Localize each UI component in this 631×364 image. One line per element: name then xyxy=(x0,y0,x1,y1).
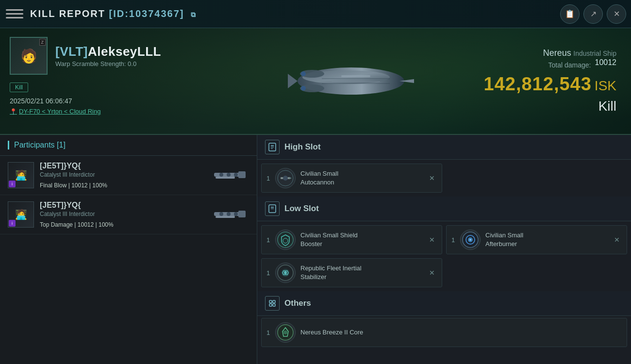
hero-date: 2025/02/21 06:06:47 xyxy=(10,97,223,105)
high-slot-modules: 1 Civilian SmallAutocannon ✕ xyxy=(257,160,631,197)
svg-rect-44 xyxy=(269,304,272,306)
left-panel: Participants [1] 🧑‍💻 i [JE5T]}YQ{ Cataly… xyxy=(0,135,257,364)
participant-card: 🧑‍💻 i [JE5T]}YQ{ Catalyst III Interdicto… xyxy=(0,156,257,195)
participant-card-2: 🧑‍💻 i [JE5T]}YQ{ Catalyst III Interdicto… xyxy=(0,195,257,234)
hero-tags: Kill xyxy=(10,83,223,92)
module-close-afterburner[interactable]: ✕ xyxy=(612,235,622,245)
module-close-stabilizer[interactable]: ✕ xyxy=(427,268,437,278)
others-icon xyxy=(265,296,280,311)
svg-rect-42 xyxy=(269,300,272,303)
svg-point-38 xyxy=(469,239,471,241)
svg-point-20 xyxy=(234,212,238,216)
svg-point-18 xyxy=(219,212,223,216)
corp-tag: [VLT] xyxy=(55,44,88,59)
isk-value: 142,812,543 xyxy=(484,74,592,95)
ship-name: Nereus xyxy=(543,48,571,58)
participant-stats-2: Top Damage | 10012 | 100% xyxy=(40,221,210,228)
module-icon-autocannon xyxy=(275,168,296,188)
module-card-stabilizer: 1 Republic Fleet InertialStabilizer ✕ xyxy=(261,258,442,287)
ship-image xyxy=(283,42,419,120)
hero-left: 🧑 Z [VLT]AlekseyLLL Warp Scramble Streng… xyxy=(0,28,233,134)
header-actions: 📋 ↗ ✕ xyxy=(560,4,626,24)
participant-ship-2: Catalyst III Interdictor xyxy=(40,211,210,217)
pilot-row: 🧑 Z [VLT]AlekseyLLL Warp Scramble Streng… xyxy=(10,37,223,75)
module-name-afterburner: Civilian SmallAfterburner xyxy=(485,231,612,248)
hero-ship xyxy=(233,28,469,134)
participant-stats-1: Final Blow | 10012 | 100% xyxy=(40,182,210,189)
pilot-info: [VLT]AlekseyLLL Warp Scramble Strength: … xyxy=(55,44,161,67)
participant-avatar-1: 🧑‍💻 i xyxy=(8,162,34,188)
participant-weapon-2 xyxy=(210,204,249,225)
module-name-shield: Civilian Small ShieldBooster xyxy=(300,231,427,248)
right-panel: High Slot 1 Civilian SmallAutocannon ✕ L… xyxy=(257,135,631,364)
total-damage-label: Total damage: xyxy=(548,61,591,69)
participant-avatar-2: 🧑‍💻 i xyxy=(8,201,34,228)
svg-point-41 xyxy=(284,271,287,274)
others-title: Others xyxy=(284,298,311,308)
pilot-name-text: AlekseyLLL xyxy=(88,44,161,59)
module-qty: 1 xyxy=(266,175,272,182)
module-name-autocannon: Civilian SmallAutocannon xyxy=(300,169,427,187)
others-module-card: 1 Nereus Breeze II Core xyxy=(261,318,627,347)
module-card: 1 Civilian SmallAutocannon ✕ xyxy=(261,164,442,193)
result-label: Kill xyxy=(598,99,616,114)
module-icon-afterburner xyxy=(460,230,481,250)
hero-right: Nereus Industrial Ship Total damage: 100… xyxy=(469,28,631,134)
others-header: Others xyxy=(257,291,631,316)
svg-rect-17 xyxy=(238,211,246,217)
low-slot-icon xyxy=(265,201,280,216)
page-title: KILL REPORT [ID:10374367] ⧉ xyxy=(30,8,197,19)
svg-point-14 xyxy=(234,173,238,177)
ship-type: Industrial Ship xyxy=(573,50,616,57)
isk-unit: ISK xyxy=(595,78,616,94)
export-button[interactable]: ↗ xyxy=(583,4,603,24)
module-qty-afterburner: 1 xyxy=(451,236,457,244)
low-slot-header: Low Slot xyxy=(257,197,631,221)
hero-location[interactable]: DY-F70 < Yrton < Cloud Ring xyxy=(10,108,223,115)
pilot-name: [VLT]AlekseyLLL xyxy=(55,44,161,59)
participants-header: Participants [1] xyxy=(0,135,257,156)
participant-weapon-1 xyxy=(210,165,249,186)
svg-rect-6 xyxy=(341,75,370,77)
total-damage-value: 10012 xyxy=(595,58,617,67)
menu-icon[interactable] xyxy=(6,5,23,23)
others-module-name: Nereus Breeze II Core xyxy=(300,328,622,337)
high-slot-title: High Slot xyxy=(284,142,321,152)
svg-rect-43 xyxy=(273,300,275,303)
svg-point-48 xyxy=(283,331,287,334)
svg-point-28 xyxy=(283,176,288,181)
module-card-afterburner: 1 Civilian SmallAfterburner ✕ xyxy=(446,225,627,254)
svg-rect-45 xyxy=(273,304,275,306)
low-slot-modules: 1 Civilian Small ShieldBooster ✕ 1 Civil… xyxy=(257,221,631,291)
svg-point-19 xyxy=(227,212,231,216)
svg-point-13 xyxy=(227,173,231,177)
module-card-shield: 1 Civilian Small ShieldBooster ✕ xyxy=(261,225,442,254)
paste-button[interactable]: 📋 xyxy=(560,4,580,24)
module-icon-stabilizer xyxy=(275,263,296,283)
svg-rect-11 xyxy=(238,171,246,178)
module-qty-stabilizer: 1 xyxy=(266,269,272,277)
svg-rect-21 xyxy=(216,216,235,218)
close-button[interactable]: ✕ xyxy=(607,4,626,24)
others-module-icon xyxy=(275,322,296,343)
others-module-qty: 1 xyxy=(266,329,272,336)
avatar: 🧑 Z xyxy=(10,37,48,75)
warp-scramble: Warp Scramble Strength: 0.0 xyxy=(55,60,161,67)
main-body: Participants [1] 🧑‍💻 i [JE5T]}YQ{ Cataly… xyxy=(0,135,631,364)
high-slot-icon xyxy=(265,140,280,154)
svg-rect-7 xyxy=(332,81,380,82)
module-qty-shield: 1 xyxy=(266,236,272,244)
module-close-shield[interactable]: ✕ xyxy=(427,235,437,245)
avatar-badge: Z xyxy=(39,39,46,46)
high-slot-header: High Slot xyxy=(257,135,631,160)
participant-name-2[interactable]: [JE5T]}YQ{ xyxy=(40,201,210,210)
hero-section: 🧑 Z [VLT]AlekseyLLL Warp Scramble Streng… xyxy=(0,28,631,135)
participant-name-1[interactable]: [JE5T]}YQ{ xyxy=(40,162,210,170)
svg-point-12 xyxy=(219,173,223,177)
kill-tag: Kill xyxy=(10,83,28,92)
svg-point-4 xyxy=(301,71,306,76)
svg-point-5 xyxy=(301,86,306,91)
participant-info-1: [JE5T]}YQ{ Catalyst III Interdictor Fina… xyxy=(34,162,210,189)
module-close-autocannon[interactable]: ✕ xyxy=(427,173,437,183)
copy-icon[interactable]: ⧉ xyxy=(191,11,197,18)
